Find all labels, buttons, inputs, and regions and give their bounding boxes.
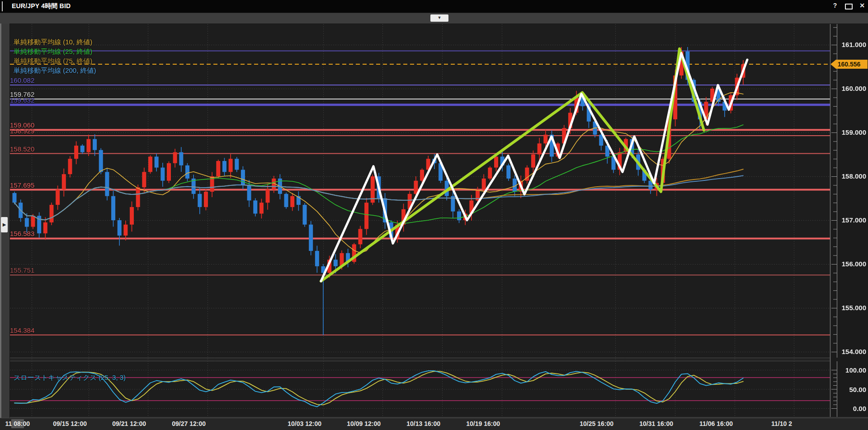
chevron-down-icon: ▼	[438, 15, 442, 20]
price-axis-label: 157.000	[839, 216, 866, 224]
close-button[interactable]: ✕	[857, 2, 867, 9]
time-axis-label: 10/25 16:00	[580, 420, 613, 427]
price-axis-label: 158.000	[839, 172, 866, 180]
price-axis-label: 154.000	[839, 348, 866, 355]
current-price-badge: 160.556	[830, 60, 868, 69]
time-axis-label: 09/21 12:00	[112, 420, 146, 427]
time-axis-label: 10/13 16:00	[406, 420, 440, 427]
price-axis-label: 160.000	[839, 85, 866, 92]
price-axis-label: 156.000	[839, 260, 866, 268]
time-axis[interactable]: 11 08:0009/15 12:0009/21 12:0009/27 12:0…	[0, 418, 868, 430]
price-axis-label: 159.000	[839, 128, 866, 136]
level-label: 159.632	[10, 96, 34, 104]
time-axis-label: 09/27 12:00	[172, 420, 206, 427]
level-label: 158.929	[10, 127, 34, 135]
chevron-right-icon: ▶	[3, 222, 6, 227]
window-edge-decoration	[2, 1, 3, 11]
ma-legend-item: 単純移動平均線 (25, 終値)	[14, 47, 92, 56]
stoch-axis-label: 100.00	[839, 366, 866, 374]
time-axis-label: 11/10 2	[771, 420, 792, 427]
price-axis-label: 161.000	[839, 41, 866, 48]
window-title: EUR/JPY 4時間 BID	[12, 2, 71, 10]
level-label: 156.583	[10, 230, 34, 237]
time-axis-label: 11 08:00	[5, 420, 30, 427]
chart-window: EUR/JPY 4時間 BID ? ✕ ▼ ▶ 単純移動平均線 (10, 終値)…	[0, 0, 868, 430]
maximize-icon	[845, 4, 853, 9]
level-label: 157.695	[10, 181, 34, 189]
maximize-button[interactable]	[844, 4, 854, 11]
time-axis-label: 10/03 12:00	[288, 420, 321, 427]
stochastics-legend: スローストキャスティクス (25, 3, 3)	[14, 373, 126, 382]
time-axis-label: 11/06 16:00	[699, 420, 733, 427]
toolbar-strip: ▼	[0, 13, 868, 24]
left-sidebar-strip: ▶	[0, 24, 10, 430]
price-chart-canvas[interactable]	[0, 0, 868, 430]
toolbar-collapse-button[interactable]: ▼	[430, 14, 448, 22]
help-button[interactable]: ?	[830, 2, 840, 9]
time-axis-label: 09/15 12:00	[53, 420, 87, 427]
level-label: 154.384	[10, 326, 34, 334]
sidebar-expand-button[interactable]: ▶	[1, 217, 8, 232]
stoch-axis-label: 50.00	[839, 386, 866, 393]
ma-legend-item: 単純移動平均線 (200, 終値)	[14, 66, 96, 75]
level-label: 155.751	[10, 266, 34, 274]
price-axis-label: 155.000	[839, 304, 866, 312]
ma-legend-item: 単純移動平均線 (10, 終値)	[14, 38, 92, 47]
time-axis-label: 10/31 16:00	[639, 420, 673, 427]
title-bar: EUR/JPY 4時間 BID ? ✕	[0, 0, 868, 13]
level-label: 158.520	[10, 145, 34, 153]
time-axis-label: 10/19 16:00	[466, 420, 500, 427]
stoch-axis-label: 0.00	[839, 405, 866, 412]
time-axis-label: 10/09 12:00	[347, 420, 381, 427]
ma-legend-item: 単純移動平均線 (75, 終値)	[14, 57, 92, 66]
level-label: 160.082	[10, 76, 34, 84]
